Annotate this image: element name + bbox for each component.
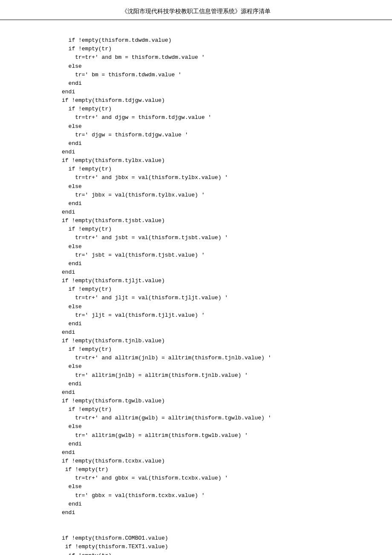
page-title: 《沈阳市现代科技学校教职工信息管理系统》源程序清单 (121, 8, 271, 14)
code-block: if !empty(thisform.tdwdm.value) if !empt… (0, 23, 392, 555)
page-header: 《沈阳市现代科技学校教职工信息管理系统》源程序清单 (0, 0, 392, 20)
code-content: if !empty(thisform.tdwdm.value) if !empt… (62, 37, 271, 555)
